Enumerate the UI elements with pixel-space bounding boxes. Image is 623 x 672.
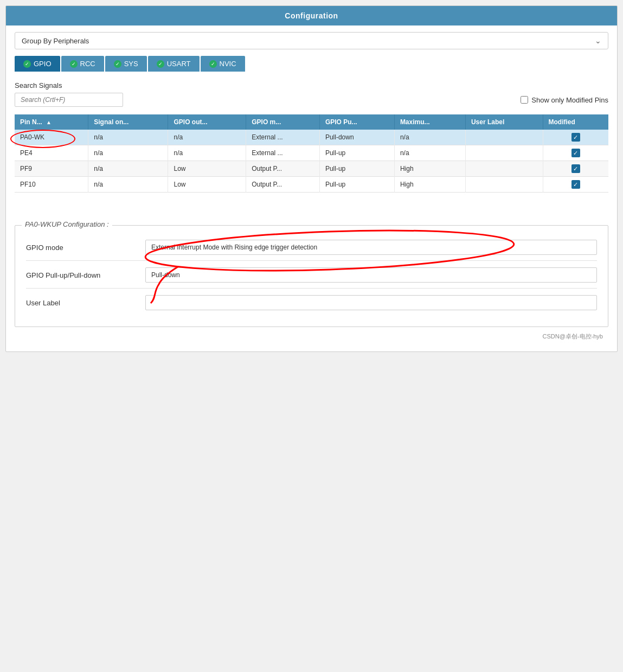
cell-gpio-pu: Pull-down [319, 130, 394, 145]
cell-pin: PF9 [15, 161, 88, 177]
cell-gpio-mode: Output P... [246, 161, 320, 177]
gpio-mode-field-row: GPIO mode External Interrupt Mode with R… [26, 240, 597, 261]
tab-bar: ✓ GPIO ✓ RCC ✓ SYS ✓ USART ✓ NVIC [15, 56, 608, 72]
cell-gpio-mode: External ... [246, 130, 320, 145]
modified-check-icon: ✓ [571, 180, 580, 189]
cell-pin: PE4 [15, 145, 88, 161]
tab-usart[interactable]: ✓ USART [148, 56, 200, 72]
rcc-check-icon: ✓ [70, 60, 78, 68]
cell-signal: n/a [88, 130, 168, 145]
cell-user-label [465, 177, 543, 193]
tab-rcc-label: RCC [80, 60, 95, 68]
modified-check-icon: ✓ [571, 164, 580, 173]
config-table: Pin N... ▲ Signal on... GPIO out... GPIO… [15, 114, 608, 193]
cell-signal: n/a [88, 161, 168, 177]
col-max: Maximu... [394, 114, 465, 130]
cell-user-label [465, 130, 543, 145]
user-label-field-row: User Label [26, 295, 597, 316]
cell-gpio-pu: Pull-up [319, 177, 394, 193]
cell-gpio-out: Low [168, 161, 246, 177]
tab-nvic-label: NVIC [220, 60, 236, 68]
modified-check-icon: ✓ [571, 149, 580, 157]
group-by-label: Group By Peripherals [22, 37, 89, 45]
col-modified: Modified [543, 114, 608, 130]
gpio-pu-label: GPIO Pull-up/Pull-down [26, 271, 145, 279]
show-modified-label: Show only Modified Pins [531, 96, 608, 104]
tab-gpio[interactable]: ✓ GPIO [15, 56, 60, 72]
tab-usart-label: USART [167, 60, 191, 68]
cell-signal: n/a [88, 145, 168, 161]
cell-gpio-out: n/a [168, 145, 246, 161]
cell-user-label [465, 145, 543, 161]
cell-max: n/a [394, 130, 465, 145]
tab-sys-label: SYS [124, 60, 138, 68]
table-wrapper: Pin N... ▲ Signal on... GPIO out... GPIO… [15, 114, 608, 193]
search-input[interactable] [15, 93, 123, 107]
gpio-mode-label: GPIO mode [26, 244, 145, 252]
cell-pin: PA0-WK [15, 130, 88, 145]
search-row: Show only Modified Pins [15, 93, 608, 107]
cell-modified: ✓ [543, 130, 608, 145]
config-fields: GPIO mode External Interrupt Mode with R… [26, 240, 597, 316]
cell-signal: n/a [88, 177, 168, 193]
search-signals-label: Search Signals [15, 81, 608, 89]
table-body: PA0-WK n/a n/a External ... Pull-down n/… [15, 130, 608, 193]
modified-check-icon: ✓ [571, 133, 580, 142]
config-section-title: PA0-WKUP Configuration : [22, 220, 112, 228]
config-section: PA0-WKUP Configuration : GPIO mode Exter… [15, 225, 608, 327]
group-by-dropdown[interactable]: Group By Peripherals ⌄ [15, 32, 608, 49]
gpio-pu-value: Pull-down [145, 267, 597, 283]
table-header: Pin N... ▲ Signal on... GPIO out... GPIO… [15, 114, 608, 130]
user-label-value[interactable] [145, 295, 597, 310]
nvic-check-icon: ✓ [209, 60, 217, 68]
show-modified-checkbox[interactable] [521, 96, 528, 104]
chevron-down-icon: ⌄ [595, 36, 601, 45]
gpio-mode-value: External Interrupt Mode with Rising edge… [145, 240, 597, 255]
cell-gpio-mode: Output P... [246, 177, 320, 193]
cell-gpio-pu: Pull-up [319, 161, 394, 177]
table-row[interactable]: PA0-WK n/a n/a External ... Pull-down n/… [15, 130, 608, 145]
col-signal: Signal on... [88, 114, 168, 130]
sort-arrow-icon: ▲ [46, 119, 52, 125]
gpio-check-icon: ✓ [23, 60, 31, 68]
col-user-label: User Label [465, 114, 543, 130]
panel-body: Group By Peripherals ⌄ ✓ GPIO ✓ RCC ✓ SY… [6, 25, 617, 351]
cell-max: High [394, 177, 465, 193]
cell-user-label [465, 161, 543, 177]
cell-modified: ✓ [543, 161, 608, 177]
tab-sys[interactable]: ✓ SYS [105, 56, 147, 72]
gpio-pu-field-row: GPIO Pull-up/Pull-down Pull-down [26, 267, 597, 289]
sys-check-icon: ✓ [114, 60, 121, 68]
cell-pin: PF10 [15, 177, 88, 193]
panel-title: Configuration [285, 11, 338, 20]
cell-max: High [394, 161, 465, 177]
usart-check-icon: ✓ [157, 60, 164, 68]
col-gpio-pu: GPIO Pu... [319, 114, 394, 130]
show-modified-row: Show only Modified Pins [521, 96, 608, 104]
cell-modified: ✓ [543, 145, 608, 161]
cell-gpio-mode: External ... [246, 145, 320, 161]
col-gpio-mode: GPIO m... [246, 114, 320, 130]
watermark: CSDN@卓创-电控-hyb [15, 332, 608, 341]
tab-gpio-label: GPIO [34, 60, 52, 68]
cell-max: n/a [394, 145, 465, 161]
tab-rcc[interactable]: ✓ RCC [61, 56, 104, 72]
cell-modified: ✓ [543, 177, 608, 193]
col-pin: Pin N... ▲ [15, 114, 88, 130]
user-label-label: User Label [26, 299, 145, 307]
cell-gpio-out: Low [168, 177, 246, 193]
table-row[interactable]: PF9 n/a Low Output P... Pull-up High ✓ [15, 161, 608, 177]
tab-nvic[interactable]: ✓ NVIC [201, 56, 245, 72]
main-panel: Configuration Group By Peripherals ⌄ ✓ G… [5, 5, 618, 352]
cell-gpio-pu: Pull-up [319, 145, 394, 161]
table-row[interactable]: PF10 n/a Low Output P... Pull-up High ✓ [15, 177, 608, 193]
col-gpio-out: GPIO out... [168, 114, 246, 130]
table-row[interactable]: PE4 n/a n/a External ... Pull-up n/a ✓ [15, 145, 608, 161]
panel-header: Configuration [6, 6, 617, 25]
cell-gpio-out: n/a [168, 130, 246, 145]
